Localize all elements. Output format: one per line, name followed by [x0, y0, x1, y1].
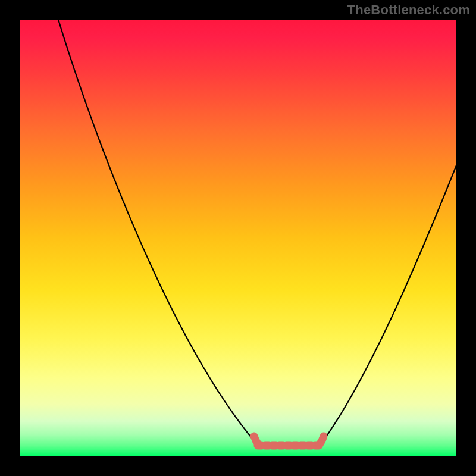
watermark-text: TheBottleneck.com: [347, 2, 470, 18]
bottom-marker-left-cap: [254, 436, 258, 444]
bottom-marker-right-cap: [320, 436, 324, 444]
right-curve: [320, 165, 456, 445]
curves-svg: [20, 20, 456, 456]
plot-area: [20, 20, 456, 456]
left-curve: [58, 20, 258, 445]
